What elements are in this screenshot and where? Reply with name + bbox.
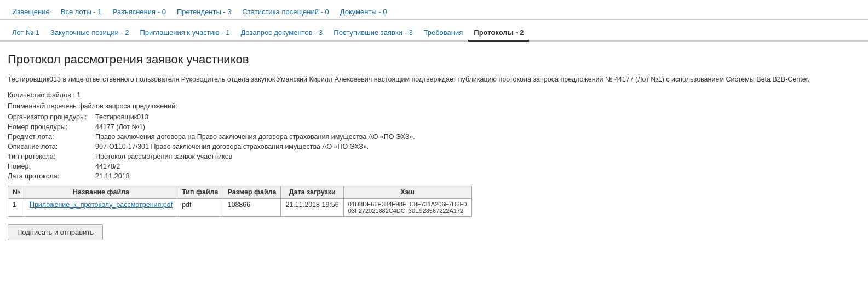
second-navigation: Лот № 1Закупочные позиции - 2Приглашения…: [0, 21, 868, 42]
info-table: Организатор процедуры:Тестировщик013Номе…: [8, 113, 860, 180]
info-row: Дата протокола:21.11.2018: [8, 172, 860, 180]
table-cell: 21.11.2018 19:56: [281, 198, 343, 216]
info-label: Предмет лота:: [8, 133, 95, 141]
info-label: Тип протокола:: [8, 153, 95, 160]
info-label: Организатор процедуры:: [8, 113, 95, 121]
table-header: Размер файла: [223, 186, 281, 198]
table-cell: 108866: [223, 198, 281, 216]
second-nav-item[interactable]: Приглашения к участию - 1: [134, 25, 235, 40]
description-text: Тестировщик013 в лице ответственного пол…: [8, 74, 860, 85]
sign-button[interactable]: Подписать и отправить: [8, 224, 103, 240]
table-cell: 01D8DE66E384E98F C8F731A206F7D6F0 03F272…: [343, 198, 471, 216]
table-header: Дата загрузки: [281, 186, 343, 198]
info-row: Номер:44178/2: [8, 163, 860, 170]
file-link[interactable]: Приложение_к_протоколу_рассмотрения.pdf: [30, 201, 173, 209]
top-nav-item[interactable]: Претенденты - 3: [171, 4, 237, 19]
info-value: 907-О110-17/301 Право заключения договор…: [95, 143, 369, 150]
top-nav-item[interactable]: Разъяснения - 0: [107, 4, 171, 19]
info-value: 21.11.2018: [95, 172, 130, 180]
second-nav-item[interactable]: Закупочные позиции - 2: [45, 25, 135, 40]
top-nav-item[interactable]: Статистика посещений - 0: [237, 4, 335, 19]
info-value: 44177 (Лот №1): [95, 123, 145, 131]
info-value: Тестировщик013: [95, 113, 148, 121]
info-row: Тип протокола:Протокол рассмотрения заяв…: [8, 153, 860, 160]
info-row: Описание лота:907-О110-17/301 Право закл…: [8, 143, 860, 150]
second-nav-item[interactable]: Дозапрос документов - 3: [235, 25, 328, 40]
table-header: №: [8, 186, 25, 198]
info-label: Описание лота:: [8, 143, 95, 150]
info-row: Номер процедуры:44177 (Лот №1): [8, 123, 860, 131]
table-header: Тип файла: [177, 186, 223, 198]
table-cell: 1: [8, 198, 25, 216]
main-content: Протокол рассмотрения заявок участников …: [0, 42, 868, 251]
table-cell: pdf: [177, 198, 223, 216]
table-header: Хэш: [343, 186, 471, 198]
file-table: №Название файлаТип файлаРазмер файлаДата…: [8, 186, 472, 217]
info-value: Право заключения договора на Право заклю…: [95, 133, 415, 141]
info-row: Организатор процедуры:Тестировщик013: [8, 113, 860, 121]
top-navigation: ИзвещениеВсе лоты - 1Разъяснения - 0Прет…: [0, 0, 868, 20]
page-title: Протокол рассмотрения заявок участников: [8, 53, 860, 67]
second-nav-item[interactable]: Требования: [418, 25, 469, 40]
table-header: Название файла: [25, 186, 177, 198]
table-cell: Приложение_к_протоколу_рассмотрения.pdf: [25, 198, 177, 216]
info-row: Предмет лота:Право заключения договора н…: [8, 133, 860, 141]
table-header-row: №Название файлаТип файлаРазмер файлаДата…: [8, 186, 472, 198]
second-nav-item[interactable]: Лот № 1: [7, 25, 45, 40]
second-nav-item[interactable]: Протоколы - 2: [468, 25, 529, 42]
info-label: Номер процедуры:: [8, 123, 95, 131]
info-value: Протокол рассмотрения заявок участников: [95, 153, 232, 160]
files-count: Количество файлов : 1: [8, 91, 860, 99]
info-label: Дата протокола:: [8, 172, 95, 180]
files-list-label: Поименный перечень файлов запроса предло…: [8, 102, 860, 110]
top-nav-item[interactable]: Документы - 0: [335, 4, 393, 19]
top-nav-item[interactable]: Извещение: [7, 4, 55, 19]
info-label: Номер:: [8, 163, 95, 170]
second-nav-item[interactable]: Поступившие заявки - 3: [328, 25, 418, 40]
table-row: 1Приложение_к_протоколу_рассмотрения.pdf…: [8, 198, 472, 216]
top-nav-item[interactable]: Все лоты - 1: [55, 4, 107, 19]
info-value: 44178/2: [95, 163, 120, 170]
